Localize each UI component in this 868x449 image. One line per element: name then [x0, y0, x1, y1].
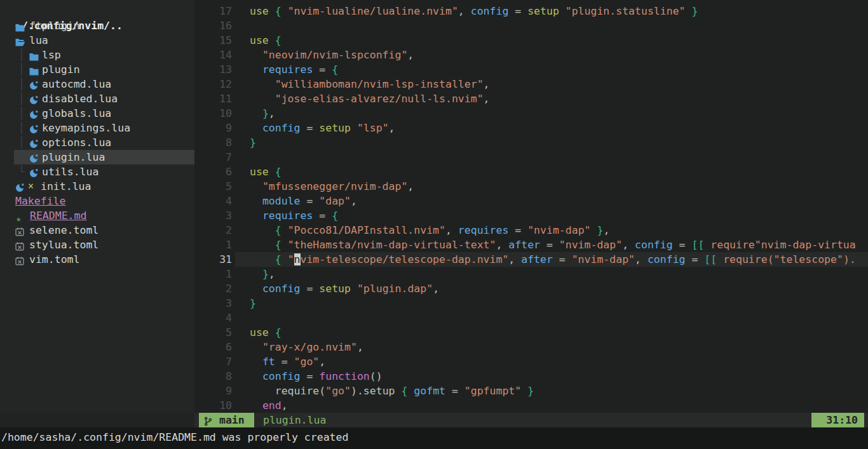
line-number: 13 — [194, 62, 232, 77]
code-text: { "Pocco81/DAPInstall.nvim", requires = … — [250, 223, 609, 238]
toml-icon — [15, 255, 24, 269]
code-line[interactable]: 1 { "theHamsta/nvim-dap-virtual-text", a… — [194, 238, 868, 252]
command-message: /home/sasha/.config/nvim/README.md was p… — [0, 427, 868, 449]
tree-item-autocmd-lua[interactable]: │autocmd.lua — [0, 77, 194, 91]
indent-guide: │ — [18, 77, 25, 91]
line-number: 9 — [194, 384, 232, 398]
tree-item-options-lua[interactable]: │options.lua — [0, 135, 194, 150]
code-line[interactable]: 6 "ray-x/go.nvim", — [194, 340, 868, 354]
code-line[interactable]: 8} — [194, 135, 868, 150]
tree-item-readme-md[interactable]: ★README.md — [0, 208, 194, 223]
code-line[interactable]: 7 — [194, 150, 868, 164]
statusline-filename: plugin.lua — [263, 413, 326, 427]
code-line[interactable]: 9 require("go").setup { gofmt = "gpfumpt… — [194, 384, 868, 398]
tree-item-keymapings-lua[interactable]: │keymapings.lua — [0, 121, 194, 135]
code-line[interactable]: 5use { — [194, 325, 868, 340]
tree-item-ftplugin[interactable]: ftplugin — [0, 18, 194, 33]
tree-item-disabled-lua[interactable]: │disabled.lua — [0, 91, 194, 106]
code-line[interactable]: 12 "williamboman/nvim-lsp-installer", — [194, 77, 868, 91]
tree-item-selene-toml[interactable]: selene.toml — [0, 223, 194, 238]
code-line[interactable]: 8 config = function() — [194, 369, 868, 384]
code-line[interactable]: 16 — [194, 18, 868, 33]
line-number: 5 — [194, 179, 232, 194]
indent-guide: │ — [18, 48, 25, 62]
tree-item-plugin[interactable]: │plugin — [0, 62, 194, 77]
code-buffer: 17use { "nvim-lualine/lualine.nvim", con… — [194, 4, 868, 413]
code-text: use { — [250, 164, 281, 179]
code-line[interactable]: 3} — [194, 296, 868, 311]
code-line[interactable]: 7 ft = "go", — [194, 354, 868, 369]
code-text: requires = { — [250, 62, 338, 77]
code-line[interactable]: 13 requires = { — [194, 62, 868, 77]
line-number: 6 — [194, 164, 232, 179]
tree-item-vim-toml[interactable]: vim.toml — [0, 252, 194, 267]
tree-item-init-lua[interactable]: ×init.lua — [0, 179, 194, 194]
code-text: { "nvim-telescope/telescope-dap.nvim", a… — [250, 252, 856, 267]
cursor-position: 31:10 — [811, 413, 864, 427]
code-text: config = function() — [250, 369, 383, 384]
tree-item-label: keymapings.lua — [42, 121, 130, 135]
tree-item-utils-lua[interactable]: └utils.lua — [0, 164, 194, 179]
code-text: requires = { — [250, 208, 338, 223]
tree-item-lua[interactable]: lua — [0, 33, 194, 48]
code-line[interactable]: 10 }, — [194, 106, 868, 121]
git-branch-name: main — [219, 413, 245, 427]
tree-item-label: vim.toml — [29, 252, 79, 267]
line-number: 31 — [194, 252, 232, 267]
code-line[interactable]: 11 "jose-elias-alvarez/null-ls.nvim", — [194, 91, 868, 106]
code-text: { "theHamsta/nvim-dap-virtual-text", aft… — [250, 238, 856, 252]
indent-guide: │ — [18, 135, 25, 150]
line-number: 16 — [194, 18, 232, 33]
code-line[interactable]: 10 end, — [194, 398, 868, 413]
diagnostic-x-icon: × — [28, 179, 34, 194]
cursor-block: n — [294, 253, 301, 265]
code-line[interactable]: 3 requires = { — [194, 208, 868, 223]
indent-guide: │ — [18, 150, 25, 164]
line-number: 12 — [194, 77, 232, 91]
code-line[interactable]: 4 module = "dap", — [194, 194, 868, 208]
line-number: 8 — [194, 135, 232, 150]
line-number: 2 — [194, 223, 232, 238]
tree-item-label: ftplugin — [29, 18, 79, 33]
code-text: config = setup "plugin.dap", — [250, 281, 439, 296]
tree-item-label: selene.toml — [29, 223, 98, 238]
code-line[interactable]: 14 "neovim/nvim-lspconfig", — [194, 48, 868, 62]
tree-item-label: disabled.lua — [42, 91, 118, 106]
code-text: } — [250, 135, 256, 150]
line-number: 1 — [194, 238, 232, 252]
code-line[interactable]: 5 "mfussenegger/nvim-dap", — [194, 179, 868, 194]
code-line[interactable]: 2 { "Pocco81/DAPInstall.nvim", requires … — [194, 223, 868, 238]
code-line[interactable]: 2 config = setup "plugin.dap", — [194, 281, 868, 296]
indent-guide: └ — [18, 164, 25, 179]
code-line[interactable]: 1 }, — [194, 267, 868, 281]
line-number: 17 — [194, 4, 232, 18]
tree-item-lsp[interactable]: │lsp — [0, 48, 194, 62]
tree-item-stylua-toml[interactable]: stylua.toml — [0, 238, 194, 252]
tree-item-label: lsp — [42, 48, 61, 62]
line-number: 10 — [194, 398, 232, 413]
line-number: 3 — [194, 296, 232, 311]
tree-item-globals-lua[interactable]: │globals.lua — [0, 106, 194, 121]
code-text: module = "dap", — [250, 194, 357, 208]
code-text: use { — [250, 325, 281, 340]
line-number: 10 — [194, 106, 232, 121]
line-number: 4 — [194, 311, 232, 325]
code-line-current[interactable]: 31 { "nvim-telescope/telescope-dap.nvim"… — [194, 252, 868, 267]
tree-item-label: lua — [29, 33, 48, 48]
code-text: }, — [250, 267, 275, 281]
code-text: "williamboman/nvim-lsp-installer", — [250, 77, 490, 91]
line-number: 8 — [194, 369, 232, 384]
code-line[interactable]: 17use { "nvim-lualine/lualine.nvim", con… — [194, 4, 868, 18]
tree-item-label: plugin — [42, 62, 80, 77]
line-number: 5 — [194, 325, 232, 340]
code-line[interactable]: 4 — [194, 311, 868, 325]
editor-window[interactable]: 17use { "nvim-lualine/lualine.nvim", con… — [194, 0, 868, 413]
tree-item-plugin-lua[interactable]: │plugin.lua — [0, 150, 194, 164]
tree-root[interactable]: ~/.config/nvim/.. — [0, 4, 194, 18]
tree-item-label: init.lua — [41, 179, 91, 194]
tree-item-makefile[interactable]: Makefile — [0, 194, 194, 208]
code-line[interactable]: 6use { — [194, 164, 868, 179]
code-text: use { — [250, 33, 281, 48]
code-line[interactable]: 9 config = setup "lsp", — [194, 121, 868, 135]
code-line[interactable]: 15use { — [194, 33, 868, 48]
